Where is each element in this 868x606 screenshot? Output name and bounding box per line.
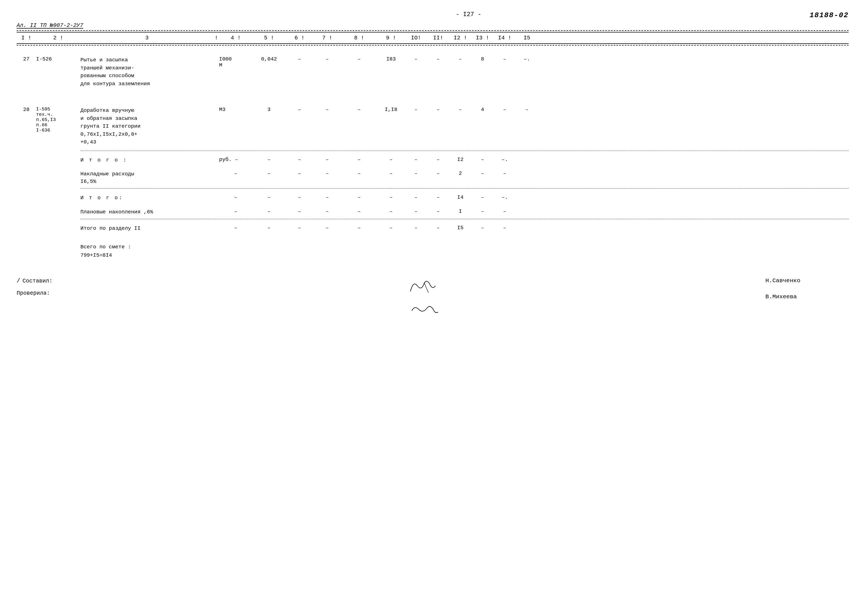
row-27-c12: – xyxy=(449,56,471,62)
itogo2-c14: –. xyxy=(494,194,516,200)
sig-name1: Н.Савченко xyxy=(766,278,849,284)
table-row: 27 I-526 Рытье и засыпкатраншей механизи… xyxy=(17,55,849,89)
spacer-planovye xyxy=(17,203,849,207)
header-row: - I27 - 18188-02 xyxy=(17,11,849,19)
itogo2-c11: – xyxy=(427,194,449,200)
razdel-label: Итого по разделу II xyxy=(81,225,214,232)
itogo1-c8: – xyxy=(341,157,377,163)
spacer-itogo1 xyxy=(17,151,849,155)
col-sep-3-4: ! xyxy=(214,35,219,41)
itogo1-c9: – xyxy=(377,157,405,163)
razdel-c5: – xyxy=(253,225,286,231)
col-header-14: I4 ! xyxy=(494,35,516,41)
razdel-c10: – xyxy=(405,225,427,231)
itogo2-c8: – xyxy=(341,194,377,200)
row-28-c6: – xyxy=(286,107,313,113)
itogo2-c4: – xyxy=(219,194,253,200)
row-28-c11: – xyxy=(427,107,449,113)
sig-middle-area xyxy=(83,278,766,319)
col-header-11: II! xyxy=(427,35,449,41)
itogo2-c10: – xyxy=(405,194,427,200)
planovye-row: Плановые накопления ,6% – – – – – – – – … xyxy=(17,207,849,217)
razdel-c8: – xyxy=(341,225,377,231)
row-28-c14: – xyxy=(494,107,516,113)
itogo2-c7: – xyxy=(313,194,341,200)
signature-section: / Составил: Проверила: xyxy=(17,278,849,319)
itogo2-c12: I4 xyxy=(449,194,471,200)
itogo-row-2: И т о г о: – – – – – – – – I4 – –. xyxy=(17,193,849,203)
planovye-c14: – xyxy=(494,208,516,214)
row-28-c7: – xyxy=(313,107,341,113)
col-header-4: 4 ! xyxy=(219,35,253,41)
col-header-12: I2 ! xyxy=(449,35,471,41)
nakladnye-c8: – xyxy=(341,170,377,177)
razdel-c7: – xyxy=(313,225,341,231)
row-27-c5: 0,042 xyxy=(253,56,286,62)
itogo1-c13: – xyxy=(471,157,494,163)
col-header-10: IO! xyxy=(405,35,427,41)
itogo2-c9: – xyxy=(377,194,405,200)
col-header-8: 8 ! xyxy=(341,35,377,41)
compiled-row: / Составил: xyxy=(17,278,83,284)
itogo1-c5: – xyxy=(253,157,286,163)
nakladnye-c12: 2 xyxy=(449,170,471,177)
table-row: 28 I-595тех.ч.п.65,I3п.66I-636 Доработка… xyxy=(17,106,849,147)
vsego-label: Всего по смете :799+I5=8I4 xyxy=(81,243,214,260)
sig1-area xyxy=(83,278,766,295)
row-28-c9: I,I8 xyxy=(377,107,405,113)
razdel-c11: – xyxy=(427,225,449,231)
row-28-c12: – xyxy=(449,107,471,113)
itogo2-c5: – xyxy=(253,194,286,200)
planovye-c9: – xyxy=(377,208,405,214)
page-number: - I27 - xyxy=(127,11,809,18)
row-27-c7: – xyxy=(313,56,341,62)
spacer-before-27 xyxy=(17,47,849,55)
row-28-num: 28 xyxy=(17,107,36,113)
spacer-nakladnye xyxy=(17,165,849,169)
planovye-c11: – xyxy=(427,208,449,214)
nakladnye-c10: – xyxy=(405,170,427,177)
spacer-27-28b xyxy=(17,97,849,106)
checked-label: Проверила: xyxy=(17,290,50,296)
doc-number: 18188-02 xyxy=(809,11,849,19)
row-28-c4: М3 xyxy=(219,107,253,113)
nakladnye-c11: – xyxy=(427,170,449,177)
row-27-num: 27 xyxy=(17,56,36,62)
col-header-5: 5 ! xyxy=(253,35,286,41)
subtitle: Ал. II ТП №907-2-2У7 xyxy=(17,22,849,29)
itogo2-c13: – xyxy=(471,194,494,200)
itogo1-c10: – xyxy=(405,157,427,163)
spacer-vsego xyxy=(17,233,849,242)
signature2-svg xyxy=(408,301,441,318)
planovye-c13: – xyxy=(471,208,494,214)
planovye-c10: – xyxy=(405,208,427,214)
row-27-c10: – xyxy=(405,56,427,62)
nakladnye-label: Накладные расходыI6,5% xyxy=(81,170,214,185)
itogo2-label: И т о г о: xyxy=(81,194,214,202)
row-28-c8: – xyxy=(341,107,377,113)
itogo-razdel-row: Итого по разделу II – – – – – – – – I5 –… xyxy=(17,224,849,233)
col-header-1: I ! xyxy=(17,35,36,41)
razdel-c13: – xyxy=(471,225,494,231)
row-27-c9: I83 xyxy=(377,56,405,62)
nakladnye-c14: – xyxy=(494,170,516,177)
page: - I27 - 18188-02 Ал. II ТП №907-2-2У7 I … xyxy=(17,11,849,319)
header-bottom-dashed xyxy=(17,45,849,45)
nakladnye-row: Накладные расходыI6,5% – – – – – – – – 2… xyxy=(17,169,849,186)
nakladnye-c13: – xyxy=(471,170,494,177)
row-27-c15: –. xyxy=(516,56,538,62)
row-27-c13: 8 xyxy=(471,56,494,62)
nakladnye-c4: – xyxy=(219,170,253,177)
nakladnye-c7: – xyxy=(313,170,341,177)
row-27-desc: Рытье и засыпкатраншей механизи-рованным… xyxy=(81,56,214,88)
planovye-c6: – xyxy=(286,208,313,214)
col-header-6: 6 ! xyxy=(286,35,313,41)
spacer-razdel xyxy=(17,219,849,224)
razdel-c9: – xyxy=(377,225,405,231)
row-28-c5: 3 xyxy=(253,107,286,113)
signature1-svg xyxy=(408,278,441,294)
spacer-itogo2 xyxy=(17,189,849,193)
col-header-3: 3 xyxy=(81,35,214,41)
row-27-c11: – xyxy=(427,56,449,62)
sig-labels: / Составил: Проверила: xyxy=(17,278,83,296)
